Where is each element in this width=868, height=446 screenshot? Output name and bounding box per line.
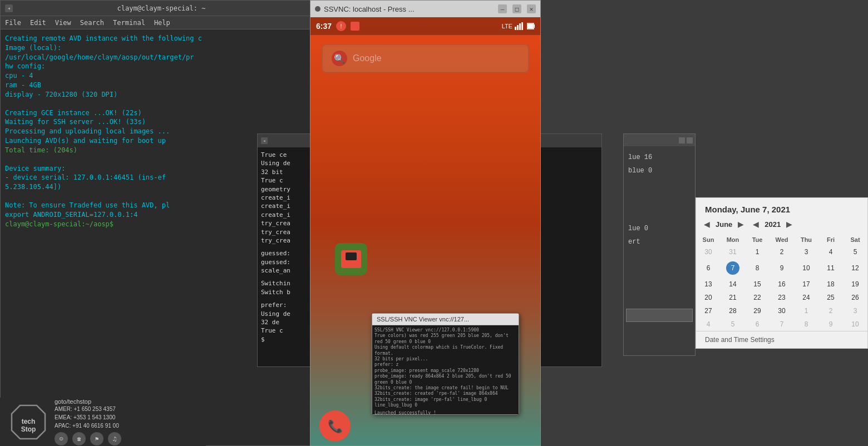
cal-day-5[interactable]: 5 xyxy=(843,245,867,259)
cal-day-23[interactable]: 23 xyxy=(770,291,794,304)
social-icon-1[interactable]: ☺ xyxy=(55,432,68,445)
cal-day-5-next[interactable]: 5 xyxy=(721,318,745,331)
signal-icon xyxy=(515,22,525,30)
calendar-week-3: 13 14 15 16 17 18 19 xyxy=(696,277,867,291)
cal-day-7-today[interactable]: 7 xyxy=(721,259,745,277)
cal-day-1-next[interactable]: 1 xyxy=(794,304,818,318)
cal-day-29[interactable]: 29 xyxy=(745,304,770,318)
cal-header-sat: Sat xyxy=(843,234,867,245)
ssvnc-search-bar[interactable]: 🔍 Google xyxy=(322,44,529,73)
calendar-prev-year-btn[interactable]: ◀ xyxy=(749,219,762,230)
cal-header-tue: Tue xyxy=(745,234,770,245)
logo-area: tech Stop goto/techstop AMER: +1 650 253… xyxy=(0,398,206,446)
cal-day-1[interactable]: 1 xyxy=(745,245,770,259)
popup-line-3: Using default colormap which is TrueColo… xyxy=(374,345,516,356)
cal-day-8-next[interactable]: 8 xyxy=(794,318,818,331)
cal-day-10-next[interactable]: 10 xyxy=(843,318,867,331)
cal-day-9[interactable]: 9 xyxy=(770,259,794,277)
menu-terminal[interactable]: Terminal xyxy=(113,19,145,27)
cal-day-28[interactable]: 28 xyxy=(721,304,745,318)
cal-day-13[interactable]: 13 xyxy=(696,277,721,291)
cal-day-30-prev[interactable]: 30 xyxy=(696,245,721,259)
calendar-date-header: Monday, June 7, 2021 xyxy=(696,198,867,219)
terminal-titlebar: ◂ claym@claym-special: ~ xyxy=(1,1,311,16)
ssvnc-android-statusbar: 6:37 ! LTE xyxy=(310,17,540,35)
popup-line-5: prefer: z xyxy=(374,362,516,368)
cal-day-20[interactable]: 20 xyxy=(696,291,721,304)
ssvnc-maximize-btn[interactable]: □ xyxy=(512,4,521,13)
calendar-next-month-btn[interactable]: ▶ xyxy=(734,219,747,230)
cal-day-17[interactable]: 17 xyxy=(794,277,818,291)
partial-label-1: lue 16 xyxy=(628,151,691,164)
cal-day-31-prev[interactable]: 31 xyxy=(721,245,745,259)
terminal-line-8: Creating GCE instance ...OK! (22s) xyxy=(5,108,307,118)
social-icon-2[interactable]: ☎ xyxy=(72,432,86,445)
cal-day-2[interactable]: 2 xyxy=(770,245,794,259)
cal-day-4[interactable]: 4 xyxy=(818,245,843,259)
popup-thumbnail: SSL/SSH VNC Viewer vnc://127... SSL/SSH … xyxy=(372,313,519,415)
cal-day-18[interactable]: 18 xyxy=(818,277,843,291)
cal-day-2-next[interactable]: 2 xyxy=(818,304,843,318)
svg-rect-9 xyxy=(527,24,533,28)
partial-right-titlebar xyxy=(624,134,695,146)
mid-close-btn[interactable]: ◂ xyxy=(261,137,268,144)
close-btn-left[interactable]: ◂ xyxy=(5,4,13,12)
calendar-next-year-btn[interactable]: ▶ xyxy=(783,219,796,230)
ssvnc-minimize-btn[interactable]: — xyxy=(498,4,507,13)
menu-view[interactable]: View xyxy=(55,19,71,27)
cal-day-14[interactable]: 14 xyxy=(721,277,745,291)
calendar-week-4: 20 21 22 23 24 25 26 xyxy=(696,291,867,304)
social-icon-3[interactable]: ⚑ xyxy=(90,432,103,445)
cal-day-10[interactable]: 10 xyxy=(794,259,818,277)
terminal-line-3: /usr/local/google/home/claym/aosp/out/ta… xyxy=(5,53,307,62)
terminal-title: claym@claym-special: ~ xyxy=(16,4,307,12)
terminal-line-4: hw config: xyxy=(5,62,307,71)
cal-day-7-next[interactable]: 7 xyxy=(770,318,794,331)
cal-day-22[interactable]: 22 xyxy=(745,291,770,304)
cal-day-25[interactable]: 25 xyxy=(818,291,843,304)
terminal-line-1: Creating remote AVD instance with the fo… xyxy=(5,34,307,43)
cal-day-3[interactable]: 3 xyxy=(794,245,818,259)
search-placeholder: Google xyxy=(353,53,382,63)
cal-day-8[interactable]: 8 xyxy=(745,259,770,277)
partial-input-field[interactable] xyxy=(626,309,693,322)
cal-day-24[interactable]: 24 xyxy=(794,291,818,304)
partial-label-3: blue 0 xyxy=(628,164,691,177)
cal-day-19[interactable]: 19 xyxy=(843,277,867,291)
partial-label-5: ert xyxy=(628,235,691,249)
cal-day-11[interactable]: 11 xyxy=(818,259,843,277)
cal-day-30[interactable]: 30 xyxy=(770,304,794,318)
cal-day-6-next[interactable]: 6 xyxy=(745,318,770,331)
cal-day-26[interactable]: 26 xyxy=(843,291,867,304)
calendar-week-1: 30 31 1 2 3 4 5 xyxy=(696,245,867,259)
cal-day-27[interactable]: 27 xyxy=(696,304,721,318)
app-icon[interactable] xyxy=(335,243,367,275)
terminal-line-9: Waiting for SSH server ...OK! (33s) xyxy=(5,117,307,127)
popup-line-7: probe_image: ready 864x864 2 blue 205, d… xyxy=(374,374,516,385)
cal-day-21[interactable]: 21 xyxy=(721,291,745,304)
calendar-datetime-settings[interactable]: Date and Time Settings xyxy=(696,331,867,348)
calendar-nav: ◀ June ▶ ◀ 2021 ▶ xyxy=(696,219,867,234)
partial-right-close[interactable] xyxy=(687,137,693,143)
ssvnc-time: 6:37 xyxy=(316,22,332,31)
cal-day-12[interactable]: 12 xyxy=(843,259,867,277)
social-icon-4[interactable]: ♫ xyxy=(108,432,121,445)
terminal-line-7: display - 720x1280 (320 DPI) xyxy=(5,90,307,100)
cal-day-15[interactable]: 15 xyxy=(745,277,770,291)
phone-call-button[interactable]: 📞 xyxy=(319,410,351,442)
cal-day-4-next[interactable]: 4 xyxy=(696,318,721,331)
cal-day-6[interactable]: 6 xyxy=(696,259,721,277)
menu-search[interactable]: Search xyxy=(80,19,104,27)
menu-edit[interactable]: Edit xyxy=(30,19,46,27)
logo-text: goto/techstop AMER: +1 650 253 4357 EMEA… xyxy=(55,398,121,445)
calendar-prev-month-btn[interactable]: ◀ xyxy=(701,219,713,230)
menu-file[interactable]: File xyxy=(5,19,21,27)
cal-day-3-next[interactable]: 3 xyxy=(843,304,867,318)
terminal-menu: File Edit View Search Terminal Help xyxy=(1,16,311,29)
cal-day-16[interactable]: 16 xyxy=(770,277,794,291)
popup-line-4: 32 bits per pixel... xyxy=(374,356,516,362)
cal-day-9-next[interactable]: 9 xyxy=(818,318,843,331)
ssvnc-close-btn[interactable]: ✕ xyxy=(527,4,536,13)
partial-right-maximize[interactable] xyxy=(679,137,685,143)
menu-help[interactable]: Help xyxy=(154,19,170,27)
